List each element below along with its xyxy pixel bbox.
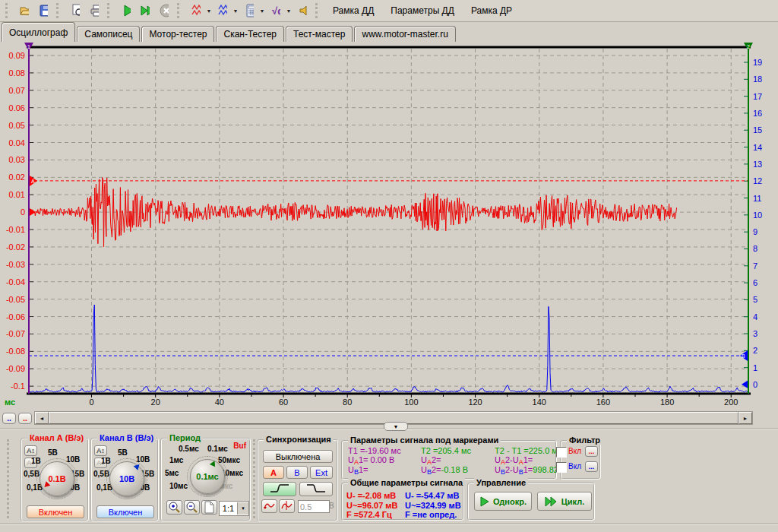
- svg-text:100: 100: [404, 397, 418, 407]
- stop-button[interactable]: [154, 2, 173, 20]
- scroll-right-arrow[interactable]: ►: [738, 412, 752, 424]
- single-run-button[interactable]: Однокр.: [474, 492, 532, 511]
- filter-panel: Фильтр Вкл ... Вкл ...: [560, 440, 601, 480]
- level-unit-label: В: [329, 502, 334, 510]
- channel-b-zero-handle[interactable]: [742, 381, 748, 388]
- channel-a-wave-button[interactable]: [186, 2, 205, 20]
- dropdown-caret[interactable]: ▼: [258, 2, 266, 20]
- sync-source-ext-button[interactable]: Ext: [310, 466, 333, 479]
- filter-b-settings-button[interactable]: ...: [585, 461, 598, 472]
- parametry-dd-button[interactable]: Параметры ДД: [382, 2, 463, 19]
- svg-text:2: 2: [753, 346, 757, 355]
- svg-text:13: 13: [753, 160, 762, 169]
- falling-edge-button[interactable]: [299, 482, 333, 496]
- tab-oscillograph[interactable]: Осциллограф: [2, 22, 75, 42]
- trigger-level-input[interactable]: [298, 500, 330, 513]
- ramka-dr-button[interactable]: Рамка ДР: [463, 2, 520, 19]
- cycle-run-label: Цикл.: [561, 497, 584, 506]
- svg-text:5: 5: [753, 295, 757, 304]
- scale-ratio-dropdown[interactable]: 1:1 ▼: [219, 501, 249, 516]
- start-cycle-button[interactable]: [135, 2, 154, 20]
- filter-a-checkbox[interactable]: [556, 447, 567, 458]
- ramka-dd-button[interactable]: Рамка ДД: [324, 2, 382, 19]
- save-button[interactable]: [33, 2, 52, 20]
- play-icon: [479, 496, 489, 507]
- tab-label: Скан-Тестер: [223, 29, 277, 40]
- channel-b-auto1-button[interactable]: А↕: [94, 445, 107, 456]
- sync-source-b-button[interactable]: В: [286, 466, 308, 479]
- sync-mode-button[interactable]: Выключена: [263, 450, 333, 463]
- svg-text:-0.08: -0.08: [6, 347, 25, 356]
- sound-button[interactable]: [293, 2, 312, 20]
- print-button[interactable]: [84, 2, 103, 20]
- toolbar-grip[interactable]: [177, 3, 182, 18]
- zoom-out-button[interactable]: [184, 500, 200, 515]
- sync-source-a-button[interactable]: А: [263, 466, 284, 479]
- tab-label: Самописец: [84, 29, 132, 40]
- toolbar-grip[interactable]: [5, 3, 11, 18]
- dropdown-caret[interactable]: ▼: [205, 2, 213, 20]
- dropdown-caret[interactable]: ▼: [285, 2, 293, 20]
- level-wave-icon: [263, 500, 276, 511]
- channel-b-knob[interactable]: 10В: [109, 461, 144, 496]
- b-ac-value: U~=324.99 мВ: [405, 501, 461, 511]
- channel-a-knob[interactable]: 0.1В: [40, 461, 74, 496]
- svg-text:0: 0: [753, 380, 757, 389]
- knob-scale-label: 0.5мс: [179, 445, 199, 453]
- math-functions-button[interactable]: √α: [266, 2, 285, 20]
- svg-text:-0.06: -0.06: [6, 312, 25, 321]
- period-knob[interactable]: 0.1мс: [190, 459, 225, 494]
- controls-grip[interactable]: [7, 439, 12, 518]
- toolbar-grip[interactable]: [315, 3, 321, 18]
- oscilloscope-plot[interactable]: 0.090.080.070.060.050.040.030.020.010-0.…: [0, 42, 769, 410]
- zoom-in-button[interactable]: [166, 500, 182, 515]
- filter-b-checkbox[interactable]: [556, 462, 567, 473]
- marker-b-handle[interactable]: B: [740, 350, 748, 361]
- tab-scan-tester[interactable]: Скан-Тестер: [216, 26, 284, 42]
- svg-text:16: 16: [753, 109, 762, 118]
- svg-text:0.05: 0.05: [9, 121, 25, 130]
- chevron-down-icon[interactable]: ▼: [237, 502, 248, 515]
- svg-text:0.07: 0.07: [9, 86, 25, 95]
- channel-a-power-button[interactable]: Включен: [27, 505, 84, 518]
- toolbar-grip[interactable]: [56, 3, 62, 18]
- channel-b-stats: U- =-54.47 мВ U~=324.99 мВ F =не опред.: [405, 491, 461, 520]
- svg-text:17: 17: [753, 92, 762, 101]
- trigger-level-mode2-button[interactable]: [279, 499, 295, 513]
- red-wave-icon: [191, 3, 201, 18]
- svg-text:-0.01: -0.01: [6, 225, 25, 234]
- svg-text:15: 15: [753, 125, 762, 135]
- svg-text:18: 18: [753, 74, 762, 84]
- tab-test-master[interactable]: Тест-мастер: [286, 26, 353, 42]
- tab-samopisets[interactable]: Самописец: [77, 26, 140, 42]
- scroll-left-arrow[interactable]: ◄: [35, 412, 49, 424]
- start-button[interactable]: [116, 2, 135, 20]
- marker-b-mini-button[interactable]: ..: [2, 413, 16, 424]
- knob-scale-label: 1В: [101, 457, 111, 465]
- toolbar-grip[interactable]: [107, 3, 112, 18]
- zoom-in-icon: [168, 501, 181, 514]
- tab-motor-tester[interactable]: Мотор-тестер: [141, 26, 214, 42]
- common-params-panel: Общие параметры сигнала U- =-2.08 мВ U~=…: [341, 483, 464, 521]
- rising-edge-button[interactable]: [263, 482, 296, 496]
- svg-text:9: 9: [753, 227, 757, 236]
- plot-panel: 0.090.080.070.060.050.040.030.020.010-0.…: [0, 42, 778, 410]
- svg-text:10: 10: [753, 211, 762, 220]
- collapse-panel-button[interactable]: ▼: [384, 422, 408, 431]
- open-file-button[interactable]: [14, 2, 33, 20]
- dropdown-caret[interactable]: ▼: [232, 2, 239, 20]
- sync-mode-label: Выключена: [276, 452, 321, 461]
- channel-b-wave-button[interactable]: [213, 2, 232, 20]
- svg-text:-0.07: -0.07: [6, 329, 25, 338]
- calculator-button[interactable]: [239, 2, 258, 20]
- marker-a-mini-button[interactable]: ..: [18, 413, 32, 424]
- floppy-disk-icon: [38, 3, 48, 18]
- channel-b-power-button[interactable]: Включен: [96, 505, 154, 518]
- print-preview-button[interactable]: [65, 2, 84, 20]
- trigger-level-mode1-button[interactable]: [261, 499, 277, 513]
- new-page-button[interactable]: [201, 500, 217, 515]
- filter-a-settings-button[interactable]: ...: [585, 446, 598, 457]
- tab-website[interactable]: www.motor-master.ru: [354, 26, 455, 42]
- channel-a-auto1-button[interactable]: А↕: [24, 445, 37, 456]
- cycle-run-button[interactable]: Цикл.: [537, 492, 592, 511]
